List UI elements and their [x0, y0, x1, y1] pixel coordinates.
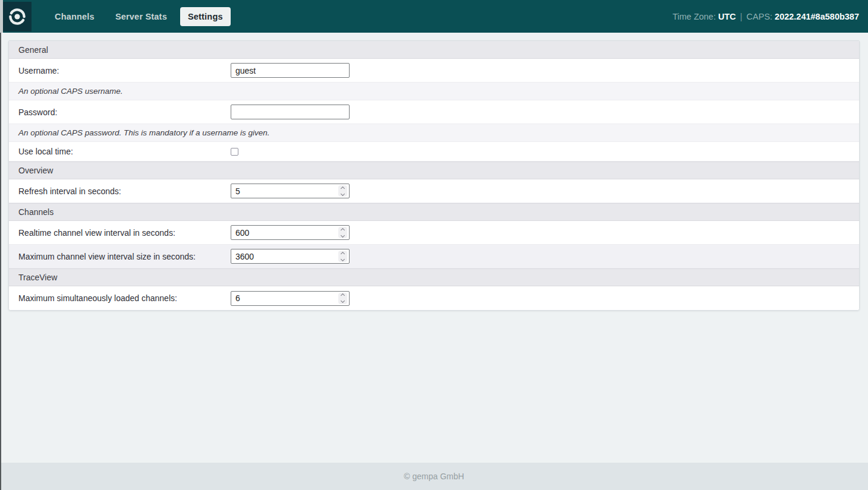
section-header-overview: Overview: [9, 162, 859, 179]
spinner-up-icon[interactable]: [341, 251, 345, 255]
gempa-caps-logo-icon: [7, 7, 27, 27]
section-title: General: [18, 45, 48, 55]
tab-channels[interactable]: Channels: [47, 7, 102, 26]
field-label-password: Password:: [18, 108, 231, 117]
spinner-down-icon[interactable]: [341, 299, 345, 303]
section-title: Overview: [18, 166, 53, 175]
settings-form: GeneralUsername:An optional CAPS usernam…: [8, 40, 860, 311]
spinner-up-icon[interactable]: [341, 293, 345, 298]
app-logo[interactable]: [3, 2, 32, 31]
spinner-up-icon[interactable]: [341, 227, 345, 232]
tab-settings[interactable]: Settings: [180, 7, 231, 26]
timezone-label: Time Zone:: [672, 12, 716, 21]
section-header-general: General: [9, 41, 859, 59]
caps-value: 2022.241#8a580b387: [775, 12, 859, 21]
section-title: Channels: [18, 207, 54, 217]
field-row-username: Username:: [9, 59, 859, 83]
copyright-text: © gempa GmbH: [404, 472, 464, 481]
max-loaded-channels-input[interactable]: 6: [231, 291, 350, 306]
tab-server-stats[interactable]: Server Stats: [108, 7, 175, 26]
window-edge-top: [0, 0, 3, 33]
help-text: An optional CAPS password. This is manda…: [9, 124, 859, 142]
section-header-traceview: TraceView: [9, 268, 859, 286]
realtime-channel-view-interval-spinner[interactable]: [338, 227, 347, 238]
spinner-down-icon[interactable]: [341, 257, 345, 261]
section-header-channels: Channels: [9, 203, 859, 221]
max-loaded-channels-value: 6: [231, 293, 338, 303]
field-label-realtime-channel-view-interval: Realtime channel view interval in second…: [18, 228, 231, 238]
field-row-max-channel-view-interval: Maximum channel view interval size in se…: [9, 245, 859, 268]
refresh-interval-value: 5: [231, 186, 338, 196]
max-channel-view-interval-spinner[interactable]: [338, 251, 347, 262]
field-label-refresh-interval: Refresh interval in seconds:: [18, 186, 231, 196]
spinner-down-icon[interactable]: [341, 191, 345, 195]
field-label-use-local-time: Use local time:: [18, 147, 231, 156]
field-row-realtime-channel-view-interval: Realtime channel view interval in second…: [9, 221, 859, 245]
field-label-max-loaded-channels: Maximum simultaneously loaded channels:: [18, 293, 231, 303]
realtime-channel-view-interval-input[interactable]: 600: [231, 225, 350, 240]
field-row-max-loaded-channels: Maximum simultaneously loaded channels:6: [9, 286, 859, 310]
field-label-username: Username:: [18, 66, 231, 75]
caps-label: CAPS:: [747, 12, 773, 21]
navbar: ChannelsServer StatsSettings Time Zone:U…: [0, 0, 868, 33]
field-row-use-local-time: Use local time:: [9, 142, 859, 162]
max-loaded-channels-spinner[interactable]: [338, 293, 347, 304]
status-bar: Time Zone:UTC|CAPS:2022.241#8a580b387: [672, 12, 859, 21]
footer: © gempa GmbH: [0, 463, 868, 490]
refresh-interval-input[interactable]: 5: [231, 184, 350, 198]
max-channel-view-interval-value: 3600: [231, 252, 338, 261]
nav-tabs: ChannelsServer StatsSettings: [47, 7, 231, 26]
spinner-down-icon[interactable]: [341, 233, 345, 237]
timezone-value: UTC: [718, 12, 736, 21]
field-row-refresh-interval: Refresh interval in seconds:5: [9, 179, 859, 203]
section-title: TraceView: [18, 273, 57, 282]
field-label-max-channel-view-interval: Maximum channel view interval size in se…: [18, 252, 231, 261]
username-input[interactable]: [231, 63, 350, 78]
field-row-password: Password:: [9, 100, 859, 124]
realtime-channel-view-interval-value: 600: [231, 228, 338, 238]
max-channel-view-interval-input[interactable]: 3600: [231, 249, 350, 264]
window-edge-side: [0, 33, 1, 490]
password-input[interactable]: [231, 105, 350, 119]
use-local-time-checkbox[interactable]: [231, 148, 238, 156]
help-text-label: An optional CAPS password. This is manda…: [18, 128, 269, 137]
refresh-interval-spinner[interactable]: [338, 185, 347, 197]
help-text: An optional CAPS username.: [9, 83, 859, 100]
status-separator: |: [740, 12, 743, 21]
spinner-up-icon[interactable]: [341, 186, 345, 190]
help-text-label: An optional CAPS username.: [18, 87, 123, 96]
